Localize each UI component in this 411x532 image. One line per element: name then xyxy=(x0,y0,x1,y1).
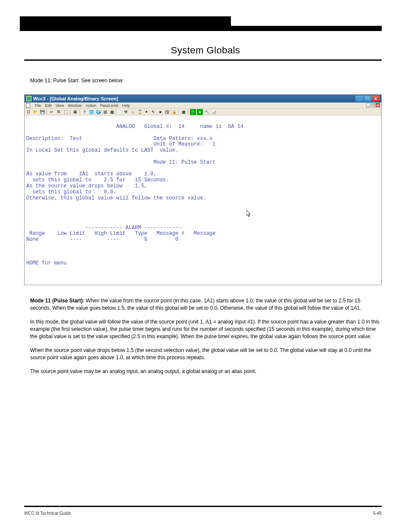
open-icon[interactable]: 📂 xyxy=(32,109,38,115)
black-box-right xyxy=(20,26,382,31)
device-icon[interactable]: ⌂ xyxy=(130,109,136,115)
body2: sets this global to 2.5 for 15 Seconds. xyxy=(26,177,169,183)
desc-line: Description: Test xyxy=(26,136,82,142)
title-line: ANALOG Global #: 14 name is GA 14 xyxy=(26,124,243,130)
menu-window[interactable]: Window xyxy=(68,103,81,108)
separator-icon xyxy=(178,109,179,115)
copy-icon[interactable]: ⧉ xyxy=(56,109,62,115)
hourglass-icon[interactable]: ⌛ xyxy=(137,109,143,115)
header-rule xyxy=(24,59,382,61)
sheet-icon[interactable]: ▤ xyxy=(102,109,108,115)
alarm-header: ------------ ALARM ------------ xyxy=(26,225,181,231)
footer: WCC III Technical Guide 6-45 xyxy=(24,511,382,516)
minimize-button[interactable]: _ xyxy=(355,96,363,102)
globe-icon[interactable]: 🌐 xyxy=(88,109,94,115)
explanation-text: Mode 11 (Pulse Start): When the value fr… xyxy=(30,297,381,375)
data-pattern: Data Pattern: xxx.x xyxy=(153,136,212,142)
app-window: Wcc3 - [Global Analog/Binary Screen] _ □… xyxy=(24,94,382,285)
intro-text: Mode 11: Pulse Start. See screen below: xyxy=(30,77,381,84)
star-icon[interactable]: ★ xyxy=(157,109,163,115)
q2-icon[interactable]: ● xyxy=(197,109,203,115)
window-title: Wcc3 - [Global Analog/Binary Screen] xyxy=(33,96,118,101)
key-icon[interactable]: ⚿ xyxy=(164,109,170,115)
body3: As the source value drops below 1.5, xyxy=(26,183,147,189)
toolbar: 🗋 📂 💾 ✂ ⧉ 📋 🖶 ? 🌐 🌍 ▤ ▦ 📄 ⚒ ⌂ ⌛ ✦ ✎ ★ ⚿ … xyxy=(25,109,381,115)
menu-action[interactable]: Action xyxy=(85,103,96,108)
q1-icon[interactable]: ? xyxy=(190,109,196,115)
chart-icon[interactable]: 📊 xyxy=(211,109,217,115)
separator-icon xyxy=(188,109,189,115)
print-icon[interactable]: 🖶 xyxy=(72,109,78,115)
mdi-close-button[interactable]: x xyxy=(376,103,380,107)
menu-edit[interactable]: Edit xyxy=(45,103,52,108)
mode-label: Mode 11 (Pulse Start): xyxy=(30,298,84,304)
wand-icon[interactable]: ✎ xyxy=(150,109,156,115)
new-icon[interactable]: 🗋 xyxy=(25,109,31,115)
help-icon[interactable]: ? xyxy=(81,109,87,115)
terminal-content: ANALOG Global #: 14 name is GA 14 Descri… xyxy=(25,115,381,285)
paste-icon[interactable]: 📋 xyxy=(62,109,68,115)
menu-help[interactable]: Help xyxy=(122,103,130,108)
body1: As value from 1A1 starts above 1.0, xyxy=(26,171,156,177)
wrench-icon[interactable]: 🔧 xyxy=(204,109,210,115)
unit-measure: Unit of Measure: 1 xyxy=(153,141,215,147)
page-icon[interactable]: 📄 xyxy=(116,109,122,115)
footer-left: WCC III Technical Guide xyxy=(24,511,71,516)
menu-file[interactable]: File xyxy=(35,103,41,108)
separator-icon xyxy=(47,109,47,115)
grid-icon[interactable]: ▦ xyxy=(181,109,187,115)
save-icon[interactable]: 💾 xyxy=(39,109,45,115)
tool-icon[interactable]: ⚒ xyxy=(123,109,129,115)
cut-icon[interactable]: ✂ xyxy=(49,109,55,115)
footer-right: 6-45 xyxy=(373,511,382,516)
p4: The source point value may be an analog … xyxy=(30,368,381,375)
page-header-bar xyxy=(0,16,411,34)
sheet2-icon[interactable]: ▦ xyxy=(109,109,115,115)
separator-icon xyxy=(79,109,80,115)
document-icon xyxy=(26,103,30,108)
maximize-button[interactable]: □ xyxy=(364,96,371,102)
mdi-minimize-button[interactable]: _ xyxy=(366,103,371,107)
p3: When the source point value drops below … xyxy=(30,347,381,362)
footer-rule xyxy=(24,506,382,507)
globe2-icon[interactable]: 🌍 xyxy=(95,109,101,115)
home-line: HOME for menu xyxy=(26,260,67,266)
alarm-cols: Range Low Limit High Limit Type Message … xyxy=(26,230,215,236)
mode-line: Mode 11: Pulse Start xyxy=(153,159,215,165)
local-set: In Local Set this global defaults to LAS… xyxy=(26,147,178,153)
titlebar[interactable]: Wcc3 - [Global Analog/Binary Screen] _ □… xyxy=(25,95,381,103)
menu-view[interactable]: View xyxy=(56,103,64,108)
p2: In this mode, the global value will foll… xyxy=(30,318,381,341)
alarm-row: None ---- ---- 0 0 xyxy=(26,236,178,243)
menu-passlevel[interactable]: PassLevel xyxy=(100,103,118,108)
spark-icon[interactable]: ✦ xyxy=(143,109,149,115)
menubar: File Edit View Window Action PassLevel H… xyxy=(25,103,381,109)
body4: sets this global to 0.0. xyxy=(26,189,116,195)
close-button[interactable]: X xyxy=(372,96,380,102)
mdi-restore-button[interactable]: ❐ xyxy=(371,103,375,107)
separator-icon xyxy=(70,109,71,115)
app-icon xyxy=(26,96,31,101)
lock-icon[interactable]: 🔒 xyxy=(171,109,177,115)
page-title: System Globals xyxy=(0,45,411,56)
body5: Otherwise, this global value will follow… xyxy=(26,195,206,201)
